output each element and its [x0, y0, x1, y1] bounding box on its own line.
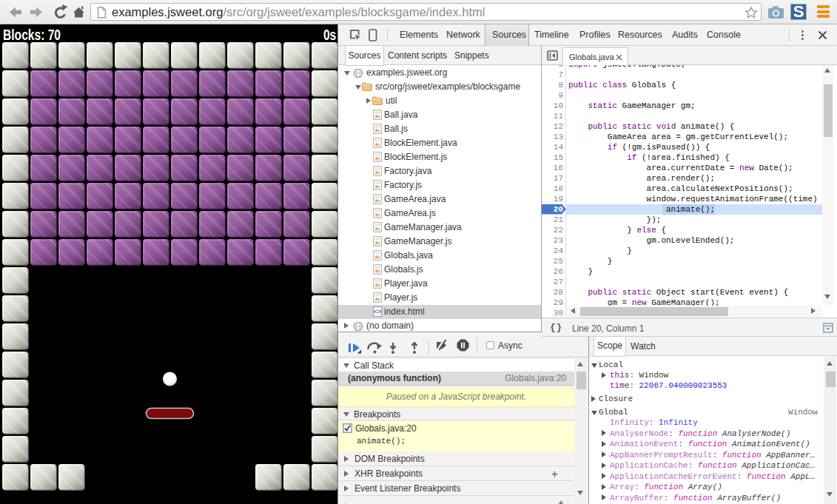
svg-text:<>: <> — [374, 308, 382, 315]
svg-text:S: S — [793, 4, 804, 20]
